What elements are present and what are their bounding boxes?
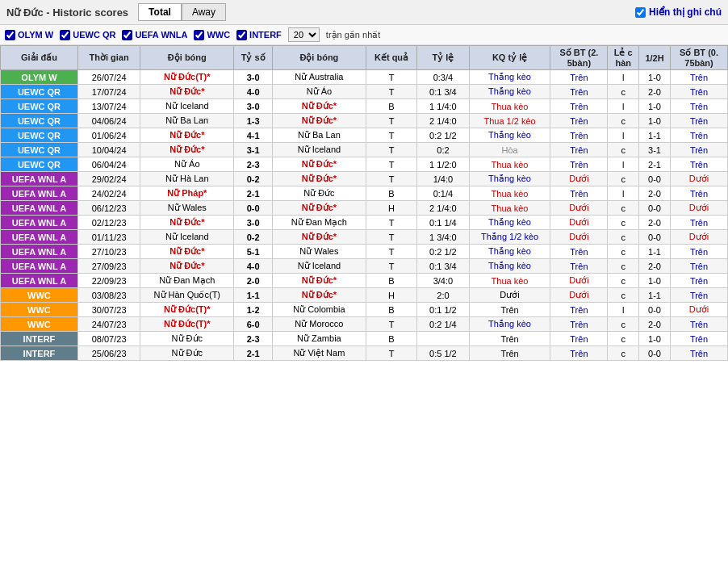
cell-odds: 2 1/4:0 [417,114,469,128]
table-row: OLYM W26/07/24Nữ Đức(T)*3-0Nữ AustraliaT… [1,70,728,85]
cell-sobt: Trên [550,143,608,157]
cell-result: B [366,303,416,317]
cell-sobt: Trên [550,85,608,99]
table-row: WWC30/07/23Nữ Đức(T)*1-2Nữ ColombiaB0:1 … [1,303,728,317]
show-note-label: Hiển thị ghi chú [649,6,722,18]
cell-kq: Trên [469,346,550,361]
filter-uewc-qr-checkbox[interactable] [60,30,70,40]
cell-odds: 1 1/4:0 [417,99,469,114]
cell-score: 0-0 [234,201,273,216]
cell-sobt: Dưới [550,230,608,245]
cell-half: 3-1 [639,143,671,157]
cell-away: Nữ Morocco [272,317,366,332]
cell-sobt: Trên [550,245,608,259]
cell-date: 10/04/24 [77,143,140,157]
cell-half: 2-0 [639,85,671,99]
cell-result: B [366,186,416,201]
filter-interf-checkbox[interactable] [236,30,247,40]
cell-half: 2-0 [639,317,671,332]
table-row: UEWC QR06/04/24Nữ Áo2-3Nữ Đức*T1 1/2:0Th… [1,157,728,172]
cell-sobt: Trên [550,317,608,332]
th-league: Giải đấu [1,46,78,70]
cell-away: Nữ Việt Nam [272,346,366,361]
cell-date: 01/06/24 [77,128,140,143]
cell-sobt: Dưới [550,201,608,216]
th-away: Đội bóng [272,46,366,70]
cell-away: Nữ Iceland [272,143,366,157]
filter-olym-w[interactable]: OLYM W [5,30,53,40]
filter-uewc-qr[interactable]: UEWC QR [60,30,115,40]
cell-home: Nữ Đức(T)* [140,303,234,317]
cell-away: Nữ Đức* [272,288,366,303]
cell-half: 2-0 [639,259,671,274]
cell-kq: Thắng kèo [469,172,550,186]
cell-league: UEFA WNL A [1,172,78,186]
cell-league: UEFA WNL A [1,259,78,274]
cell-half: 2-1 [639,157,671,172]
cell-away: Nữ Đức* [272,99,366,114]
table-row: UEFA WNL A27/10/23Nữ Đức*5-1Nữ WalesT0:2… [1,245,728,259]
filter-wwc[interactable]: WWC [194,30,230,40]
cell-sobt: Trên [550,186,608,201]
cell-date: 02/12/23 [77,216,140,230]
cell-result: T [366,157,416,172]
cell-score: 2-0 [234,274,273,288]
cell-home: Nữ Iceland [140,99,234,114]
th-sobt2: Số BT (0.75bàn) [671,46,728,70]
cell-lec: l [608,128,639,143]
cell-kq: Dưới [469,288,550,303]
tab-total[interactable]: Total [138,3,182,21]
cell-result: T [366,143,416,157]
cell-half: 2-0 [639,216,671,230]
cell-lec: l [608,157,639,172]
cell-odds: 1/4:0 [417,172,469,186]
cell-kq: Thắng kèo [469,259,550,274]
cell-odds: 0:2 1/2 [417,128,469,143]
cell-league: INTERF [1,332,78,346]
cell-result: H [366,201,416,216]
cell-date: 13/07/24 [77,99,140,114]
cell-away: Nữ Đức* [272,114,366,128]
filter-olym-w-checkbox[interactable] [5,30,15,40]
cell-lec: l [608,70,639,85]
table-row: WWC03/08/23Nữ Hàn Quốc(T)1-1Nữ Đức*H2:0D… [1,288,728,303]
cell-sobt: Trên [550,303,608,317]
cell-home: Nữ Đức* [140,128,234,143]
cell-kq: Thắng kèo [469,128,550,143]
table-row: UEFA WNL A06/12/23Nữ Wales0-0Nữ Đức*H2 1… [1,201,728,216]
cell-sobt2: Trên [671,259,728,274]
cell-home: Nữ Đức(T)* [140,70,234,85]
filter-wnla-label: UEFA WNLA [135,30,187,40]
cell-sobt2: Trên [671,114,728,128]
tab-away[interactable]: Away [182,3,226,21]
cell-sobt2: Dưới [671,172,728,186]
cell-result: T [366,114,416,128]
cell-away: Nữ Australia [272,70,366,85]
cell-lec: c [608,346,639,361]
cell-kq: Thua kèo [469,274,550,288]
cell-kq: Trên [469,303,550,317]
cell-kq: Thua kèo [469,99,550,114]
cell-sobt2: Trên [671,216,728,230]
filter-interf[interactable]: INTERF [236,30,282,40]
cell-kq: Thua kèo [469,186,550,201]
filter-wnla-checkbox[interactable] [122,30,132,40]
cell-score: 0-2 [234,172,273,186]
cell-score: 3-0 [234,70,273,85]
cell-home: Nữ Đức [140,332,234,346]
page-header: Nữ Đức - Historic scores Total Away Hiển… [0,0,728,25]
cell-sobt: Trên [550,99,608,114]
cell-result: H [366,288,416,303]
cell-home: Nữ Đức* [140,143,234,157]
cell-result: B [366,332,416,346]
cell-league: UEWC QR [1,128,78,143]
cell-date: 29/02/24 [77,172,140,186]
filter-wnla[interactable]: UEFA WNLA [122,30,187,40]
count-select[interactable]: 10 20 30 50 [288,27,320,42]
cell-league: UEWC QR [1,85,78,99]
filter-wwc-checkbox[interactable] [194,30,204,40]
cell-date: 06/04/24 [77,157,140,172]
show-note-checkbox[interactable] [635,7,646,18]
cell-odds: 1 3/4:0 [417,230,469,245]
cell-kq: Thua 1/2 kèo [469,114,550,128]
